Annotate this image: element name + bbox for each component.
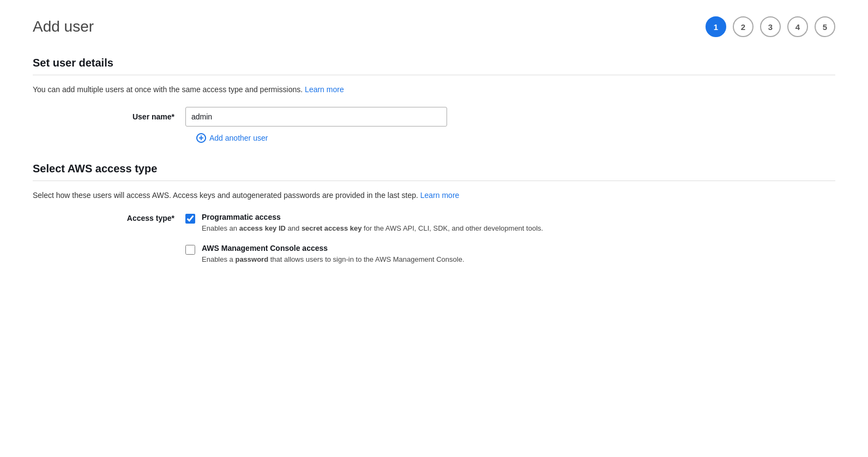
console-access-title: AWS Management Console access (202, 244, 465, 252)
username-label: User name* (76, 112, 185, 121)
step-indicator: 1 2 3 4 5 (706, 16, 835, 37)
access-type-learn-more-link[interactable]: Learn more (420, 191, 460, 200)
access-type-section: Select AWS access type Select how these … (33, 163, 835, 264)
console-access-desc: Enables a password that allows users to … (202, 254, 465, 265)
programmatic-access-desc: Enables an access key ID and secret acce… (202, 223, 543, 234)
user-details-divider (33, 75, 835, 75)
step-2[interactable]: 2 (733, 16, 754, 37)
user-details-title: Set user details (33, 57, 835, 69)
page-title: Add user (33, 18, 94, 35)
plus-icon: + (196, 133, 206, 143)
header-row: Add user 1 2 3 4 5 (33, 16, 835, 37)
step-4[interactable]: 4 (787, 16, 808, 37)
page-container: Add user 1 2 3 4 5 Set user details You … (0, 0, 868, 457)
access-type-row: Access type* Programmatic access Enables… (33, 213, 835, 264)
access-type-label: Access type* (76, 213, 185, 223)
console-access-content: AWS Management Console access Enables a … (202, 244, 465, 265)
step-1[interactable]: 1 (706, 16, 726, 37)
console-access-checkbox[interactable] (185, 245, 195, 255)
programmatic-access-content: Programmatic access Enables an access ke… (202, 213, 543, 234)
access-type-divider (33, 181, 835, 181)
user-details-description: You can add multiple users at once with … (33, 85, 835, 94)
username-row: User name* (33, 107, 835, 127)
access-type-description: Select how these users will access AWS. … (33, 191, 835, 200)
add-another-user-row: + Add another user (33, 133, 835, 143)
programmatic-access-checkbox[interactable] (185, 214, 195, 224)
programmatic-access-title: Programmatic access (202, 213, 543, 221)
set-user-details-section: Set user details You can add multiple us… (33, 57, 835, 143)
step-5[interactable]: 5 (815, 16, 835, 37)
console-access-option: AWS Management Console access Enables a … (185, 244, 543, 265)
username-input[interactable] (185, 107, 447, 127)
checkbox-options: Programmatic access Enables an access ke… (185, 213, 543, 264)
add-another-user-link[interactable]: + Add another user (196, 133, 268, 143)
step-3[interactable]: 3 (760, 16, 781, 37)
access-type-title: Select AWS access type (33, 163, 835, 175)
user-details-learn-more-link[interactable]: Learn more (305, 85, 344, 94)
programmatic-access-option: Programmatic access Enables an access ke… (185, 213, 543, 234)
